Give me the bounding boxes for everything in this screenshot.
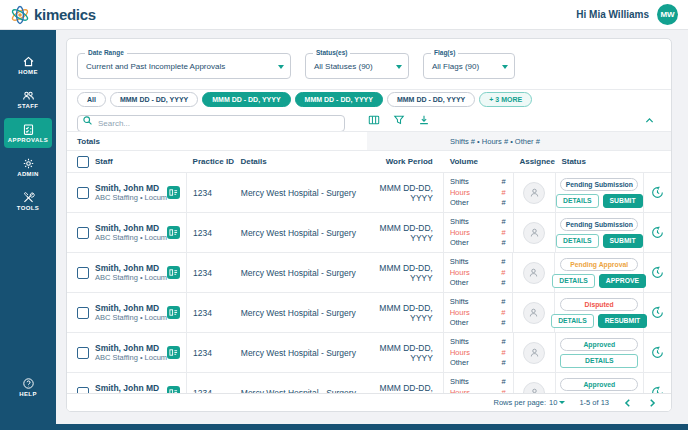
column-status: Status (554, 151, 644, 172)
practice-id: 1234 (187, 308, 235, 318)
assignee-avatar[interactable] (523, 222, 545, 244)
details-button[interactable]: DETAILS (560, 354, 638, 368)
sidebar-item-home[interactable]: HOME (4, 50, 52, 80)
work-period: MMM DD-DD, YYYY (376, 303, 443, 323)
assignee-avatar[interactable] (523, 302, 545, 324)
staff-type-badge-icon (167, 226, 180, 239)
staff-agency: ABC Staffing • Locum (95, 193, 161, 202)
details-button[interactable]: DETAILS (556, 194, 599, 208)
flags-select[interactable]: Flag(s) All Flags (90) (423, 53, 515, 79)
sidebar-item-help[interactable]: HELP (4, 372, 52, 402)
details-button[interactable]: DETAILS (556, 234, 599, 248)
sidebar-item-approvals[interactable]: APPROVALS (4, 118, 52, 148)
collapse-panel-icon[interactable] (644, 115, 655, 126)
submit-button[interactable]: SUBMIT (603, 234, 643, 248)
practice-id: 1234 (187, 268, 235, 278)
date-range-label: Date Range (85, 49, 127, 56)
row-checkbox[interactable] (77, 307, 89, 319)
sidebar-item-staff[interactable]: STAFF (4, 84, 52, 114)
volume-cell: Shifts# Hours# Other# (443, 253, 514, 292)
volume-cell: Shifts# Hours# Other# (443, 293, 514, 332)
row-checkbox[interactable] (77, 267, 89, 279)
details-button[interactable]: DETAILS (552, 274, 595, 288)
chip-date-range[interactable]: MMM DD - DD, YYYY (110, 92, 198, 107)
practice-id: 1234 (187, 348, 235, 358)
volume-cell: Shifts# Hours# Other# (443, 213, 514, 252)
column-assignee: Assignee (513, 157, 554, 166)
table-row: Smith, John MD ABC Staffing • Locum 1234… (67, 333, 671, 373)
assignee-avatar[interactable] (523, 342, 545, 364)
chevron-down-icon (396, 65, 402, 69)
practice-id: 1234 (187, 228, 235, 238)
filter-icon[interactable] (393, 114, 405, 126)
column-details: Details (234, 157, 375, 166)
chip-date-range[interactable]: MMM DD - DD, YYYY (387, 92, 475, 107)
staff-name: Smith, John MD (95, 303, 161, 314)
rows-per-page-label: Rows per page: (494, 398, 547, 407)
download-icon[interactable] (418, 114, 430, 126)
tools-icon (22, 191, 35, 204)
table-row: Smith, John MD ABC Staffing • Locum 1234… (67, 253, 671, 293)
row-checkbox[interactable] (77, 187, 89, 199)
row-checkbox[interactable] (77, 227, 89, 239)
work-period: MMM DD-DD, YYYY (376, 263, 443, 283)
flags-label: Flag(s) (431, 49, 458, 56)
sidebar-label-home: HOME (18, 69, 38, 75)
table-row: Smith, John MD ABC Staffing • Locum 1234… (67, 173, 671, 213)
date-range-select[interactable]: Date Range Current and Past Incomplete A… (77, 53, 291, 79)
volume-cell: Shifts# Hours# Other# (443, 333, 514, 372)
sidebar-label-tools: TOOLS (17, 205, 40, 211)
table-row: Smith, John MD ABC Staffing • Locum 1234… (67, 213, 671, 253)
rows-per-page-select[interactable]: 10 (549, 398, 565, 407)
history-icon[interactable] (651, 226, 664, 239)
staff-name: Smith, John MD (95, 343, 161, 354)
statuses-value: All Statuses (90) (314, 62, 373, 71)
history-icon[interactable] (651, 346, 664, 359)
sidebar-label-admin: ADMIN (17, 171, 39, 177)
brand-atom-icon (10, 5, 30, 25)
sidebar-item-tools[interactable]: TOOLS (4, 186, 52, 216)
user-avatar[interactable]: MW (657, 4, 678, 25)
table-row: Smith, John MD ABC Staffing • Locum 1234… (67, 293, 671, 333)
assignment-details: Mercy West Hospital - Surgery (235, 348, 376, 358)
details-button[interactable]: DETAILS (551, 314, 594, 328)
resubmit-button[interactable]: RESUBMIT (598, 314, 648, 328)
approve-button[interactable]: APPROVE (599, 274, 646, 288)
sidebar-item-admin[interactable]: ADMIN (4, 152, 52, 182)
history-icon[interactable] (651, 306, 664, 319)
submit-button[interactable]: SUBMIT (603, 194, 643, 208)
staff-type-badge-icon (167, 306, 180, 319)
status-badge: Pending Submission (560, 178, 638, 191)
home-icon (22, 55, 35, 68)
work-period: MMM DD-DD, YYYY (376, 343, 443, 363)
history-icon[interactable] (651, 266, 664, 279)
row-checkbox[interactable] (77, 347, 89, 359)
window-bottom-edge (0, 424, 688, 430)
assignee-avatar[interactable] (523, 262, 545, 284)
sidebar-label-help: HELP (19, 391, 37, 397)
prev-page-icon[interactable] (623, 398, 633, 408)
top-bar: kimedics Hi Mia Williams MW (0, 0, 688, 30)
totals-summary: Shifts # • Hours # • Other # (450, 137, 540, 146)
search-input[interactable] (77, 115, 345, 132)
statuses-select[interactable]: Status(es) All Statuses (90) (305, 53, 409, 79)
approvals-icon (22, 123, 35, 136)
brand-logo[interactable]: kimedics (10, 5, 96, 25)
staff-agency: ABC Staffing • Locum (95, 273, 161, 282)
history-icon[interactable] (651, 186, 664, 199)
assignment-details: Mercy West Hospital - Surgery (235, 268, 376, 278)
status-badge: Pending Approval (560, 258, 638, 271)
next-page-icon[interactable] (647, 398, 657, 408)
chip-all[interactable]: All (77, 92, 106, 107)
table-toolbar (67, 109, 671, 131)
columns-icon[interactable] (368, 114, 380, 126)
chip-date-range-selected[interactable]: MMM DD - DD, YYYY (202, 92, 290, 107)
totals-label: Totals (67, 132, 367, 150)
chip-date-range-selected[interactable]: MMM DD - DD, YYYY (295, 92, 383, 107)
staff-icon (22, 89, 35, 102)
chip-more[interactable]: + 3 MORE (479, 92, 532, 107)
table-body: Smith, John MD ABC Staffing • Locum 1234… (67, 173, 671, 395)
select-all-checkbox[interactable] (77, 156, 89, 168)
volume-cell: Shifts# Hours# Other# (443, 173, 514, 212)
assignee-avatar[interactable] (523, 182, 545, 204)
